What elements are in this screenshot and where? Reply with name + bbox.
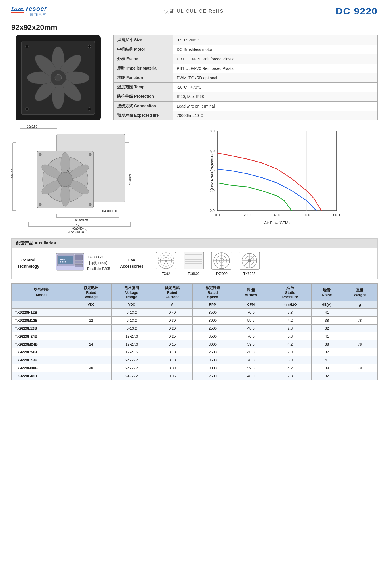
table-cell: 3000 xyxy=(192,317,233,325)
fan-image xyxy=(16,35,101,120)
spec-label: 接线方式 Connection xyxy=(114,101,173,111)
spec-value: PBT UL94-V0 Reinforced Plastic xyxy=(173,54,378,64)
spec-label: 外框 Frame xyxy=(114,54,173,64)
table-cell xyxy=(71,309,112,317)
table-cell: 5.8 xyxy=(269,309,311,317)
spec-row: 接线方式 ConnectionLead wire or Terminal xyxy=(114,101,378,111)
table-cell: 48.0 xyxy=(233,372,269,380)
accessories-section: 配套产品 Auxiliaries ControlTechnology TX-80… xyxy=(11,238,378,279)
table-cell xyxy=(71,348,112,356)
table-cell xyxy=(342,356,377,364)
table-cell: 0.30 xyxy=(152,317,192,325)
acc-control-label: ControlTechnology xyxy=(12,248,51,279)
table-cell: TX9220L12B xyxy=(12,325,71,332)
fan-icons-row: TX92 TX9802 TX2090 TX3092 xyxy=(149,248,377,279)
table-cell: 3500 xyxy=(192,356,233,364)
svg-point-35 xyxy=(39,153,41,156)
table-cell: 24-55.2 xyxy=(112,372,152,380)
table-cell: 70.0 xyxy=(233,309,269,317)
table-cell: 3000 xyxy=(192,340,233,348)
svg-line-62 xyxy=(96,205,102,210)
table-cell: 32 xyxy=(312,325,342,332)
table-cell: 12-27.6 xyxy=(112,348,152,356)
spec-label: 扇叶 Impeller Material xyxy=(114,64,173,73)
table-cell: 78 xyxy=(342,364,377,372)
accessories-header: 配套产品 Auxiliaries xyxy=(12,239,377,248)
svg-point-38 xyxy=(89,203,91,206)
svg-rect-86 xyxy=(75,264,83,267)
table-unit-header: g xyxy=(342,301,377,309)
table-cell xyxy=(342,309,377,317)
table-cell: 5.8 xyxy=(269,356,311,364)
svg-point-37 xyxy=(39,203,41,206)
table-cell: 24 xyxy=(71,340,112,348)
table-cell: 2500 xyxy=(192,348,233,356)
svg-text:■■■■: ■■■■ xyxy=(60,258,65,260)
svg-text:40.0: 40.0 xyxy=(274,213,280,217)
svg-text:■ ■ ■ ■: ■ ■ ■ ■ xyxy=(60,261,66,263)
table-col-header: 风 量Airflow xyxy=(233,284,269,301)
table-row: TX9220M48B4824-55.20.08300059.54.23878 xyxy=(12,364,378,372)
cert-text: 认证 UL CUL CE RoHS xyxy=(164,8,224,14)
size-title: 92x92x20mm xyxy=(11,23,378,32)
table-cell: 6-13.2 xyxy=(112,309,152,317)
table-cell xyxy=(71,356,112,364)
table-row: TX9220L12B6-13.20.20250048.02.832 xyxy=(12,325,378,332)
spec-value: Lead wire or Terminal xyxy=(173,101,378,111)
svg-text:82.5±0.30: 82.5±0.30 xyxy=(75,218,88,221)
spec-table: 风扇尺寸 Size92*92*20mm电机结构 MotorDC Brushles… xyxy=(113,35,378,120)
brand-sub: 翱翔电气 xyxy=(30,12,47,17)
table-row: TX9220H24B12-27.60.25350070.05.841 xyxy=(12,332,378,340)
table-cell: 6-13.2 xyxy=(112,317,152,325)
table-unit-header: CFM xyxy=(233,301,269,309)
svg-text:Ф4.40±0.30: Ф4.40±0.30 xyxy=(102,210,117,213)
table-cell: 24-55.2 xyxy=(112,356,152,364)
svg-text:80.0: 80.0 xyxy=(333,213,340,217)
table-cell: 0.25 xyxy=(152,332,192,340)
table-cell: 0.08 xyxy=(152,364,192,372)
table-cell: TX9220M12B xyxy=(12,317,71,325)
svg-text:Air Flow(CFM): Air Flow(CFM) xyxy=(264,221,289,225)
fan-accessory-name: TX9802 xyxy=(188,272,200,276)
svg-text:20.0: 20.0 xyxy=(244,213,251,217)
svg-rect-3 xyxy=(25,15,29,15)
table-cell: 0.40 xyxy=(152,309,192,317)
table-row: TX9220M24B2412-27.60.15300059.54.23878 xyxy=(12,340,378,348)
table-cell: 3500 xyxy=(192,309,233,317)
spec-label: 风扇尺寸 Size xyxy=(114,35,173,45)
svg-point-19 xyxy=(26,45,28,48)
spec-value: PBT UL94-V0 Reinforced Plastic xyxy=(173,64,378,73)
table-cell: 41 xyxy=(312,309,342,317)
table-cell: 48 xyxy=(71,364,112,372)
table-col-header: 风 压StaticPressure xyxy=(269,284,311,301)
table-cell: 38 xyxy=(312,364,342,372)
table-cell: 12-27.6 xyxy=(112,340,152,348)
fan-accessory-item: TX9802 xyxy=(182,251,205,276)
table-cell: 2.8 xyxy=(269,372,311,380)
table-cell: 0.10 xyxy=(152,356,192,364)
svg-point-21 xyxy=(26,108,28,110)
svg-rect-85 xyxy=(75,261,83,263)
spec-value: 70000hrs/40°C xyxy=(173,111,378,120)
table-unit-header: VDC xyxy=(112,301,152,309)
svg-point-36 xyxy=(89,153,91,156)
table-col-header: 额定转速RatedSpeed xyxy=(192,284,233,301)
svg-point-20 xyxy=(88,45,91,48)
chart-box: 8.0 6.0 4.0 2.0 0.0 0.0 20.0 40.0 60.0 8… xyxy=(165,125,378,231)
table-cell: 41 xyxy=(312,356,342,364)
top-section: 风扇尺寸 Size92*92*20mm电机结构 MotorDC Brushles… xyxy=(11,35,378,120)
table-unit-header: VDC xyxy=(71,301,112,309)
table-unit-header: dB(A) xyxy=(312,301,342,309)
engineering-diagram: Tesoer xyxy=(11,125,153,233)
table-cell: 4.2 xyxy=(269,340,311,348)
spec-value: 92*92*20mm xyxy=(173,35,378,45)
table-cell: 32 xyxy=(312,372,342,380)
table-cell: 41 xyxy=(312,332,342,340)
diagram-box: Tesoer xyxy=(11,125,159,233)
fan-image-box xyxy=(11,35,105,120)
svg-text:82.5±0.30: 82.5±0.30 xyxy=(129,174,132,185)
spec-value: IP20, Max.IP68 xyxy=(173,92,378,101)
table-cell: TX9220M24B xyxy=(12,340,71,348)
table-unit-header xyxy=(12,301,71,309)
table-col-header: 重量Weight xyxy=(342,284,377,301)
